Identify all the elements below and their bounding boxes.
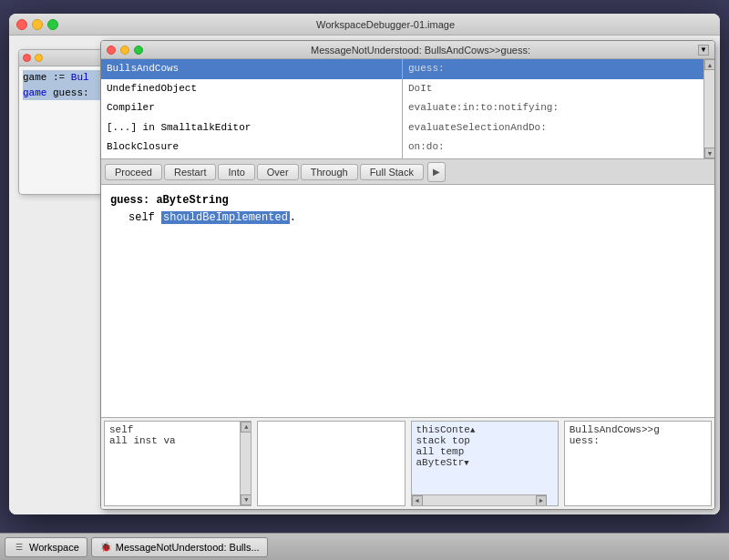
window-content: game := Bul game guess: MessageNotUnders… bbox=[9, 36, 720, 514]
stack-area: BullsAndCows UndefinedObject Compiler [.… bbox=[101, 59, 714, 159]
stack-row[interactable]: BullsAndCows bbox=[101, 59, 402, 79]
ws-minimize-button[interactable] bbox=[35, 54, 43, 62]
dbg-maximize-button[interactable] bbox=[134, 46, 143, 55]
taskbar-workspace-label: Workspace bbox=[29, 542, 79, 553]
debugger-dropdown-icon[interactable]: ▼ bbox=[698, 45, 709, 56]
scroll-up-icon[interactable]: ▲ bbox=[241, 422, 252, 433]
stack-row[interactable]: Compiler bbox=[101, 98, 402, 118]
minimize-button[interactable] bbox=[32, 19, 43, 30]
main-window-title: WorkspaceDebugger-01.image bbox=[58, 19, 713, 30]
code-self-keyword: self bbox=[128, 211, 161, 224]
code-line-2: self shouldBeImplemented. bbox=[110, 209, 705, 227]
stack-row[interactable]: ◄ bbox=[101, 158, 402, 158]
through-button[interactable]: Through bbox=[301, 164, 358, 180]
taskbar-workspace-item[interactable]: ☰ Workspace bbox=[5, 537, 87, 557]
code-highlighted-method: shouldBeImplemented bbox=[161, 211, 290, 224]
panel-line: BullsAndCows>>g bbox=[570, 424, 706, 435]
scroll-track bbox=[241, 433, 251, 494]
traffic-lights bbox=[16, 19, 58, 30]
stack-row[interactable]: UndefinedObject bbox=[101, 79, 402, 99]
stack-row[interactable]: BlockClosure bbox=[101, 137, 402, 158]
code-period: . bbox=[290, 211, 296, 224]
taskbar-debugger-label: MessageNotUnderstood: Bulls... bbox=[116, 542, 260, 553]
dbg-minimize-button[interactable] bbox=[120, 46, 129, 55]
stack-method-row[interactable]: guess: bbox=[403, 59, 703, 79]
bottom-panels: self all inst va ▲ ▼ thisConte▲ stack to… bbox=[101, 418, 714, 509]
stack-right-panel: guess: DoIt evaluate:in:to:notifying: ev… bbox=[403, 59, 703, 158]
stack-row[interactable]: [...] in SmalltalkEditor bbox=[101, 118, 402, 138]
ws-close-button[interactable] bbox=[23, 54, 31, 62]
stack-class-name: BlockClosure bbox=[107, 139, 396, 156]
stack-class-name: UndefinedObject bbox=[107, 81, 396, 97]
stack-method-name: guess: bbox=[408, 61, 445, 77]
stack-method-name: evaluate:in:to:notifying: bbox=[408, 100, 559, 117]
workspace-icon: ☰ bbox=[13, 541, 26, 554]
debugger-window: MessageNotUnderstood: BullsAndCows>>gues… bbox=[100, 40, 715, 510]
panel-line: all temp bbox=[416, 446, 553, 457]
close-button[interactable] bbox=[16, 19, 27, 30]
full-stack-button[interactable]: Full Stack bbox=[360, 164, 424, 180]
scroll-left-icon[interactable]: ◄ bbox=[412, 495, 423, 506]
stack-method-name: DoIt bbox=[408, 81, 432, 97]
scroll-down-icon[interactable]: ▼ bbox=[241, 494, 252, 505]
stack-method-name: evaluateSelectionAndDo: bbox=[408, 120, 547, 137]
scroll-htrack bbox=[423, 495, 536, 505]
stack-method-row[interactable]: evaluateSelectionAndDo: bbox=[403, 118, 703, 138]
debugger-toolbar: Proceed Restart Into Over Through Full S… bbox=[101, 159, 714, 185]
scroll-right-icon[interactable]: ► bbox=[536, 495, 547, 506]
code-method-name: guess: aByteString bbox=[110, 194, 229, 207]
main-window: WorkspaceDebugger-01.image game := Bul g… bbox=[9, 14, 720, 514]
toolbar-more-arrow[interactable]: ▶ bbox=[427, 162, 446, 182]
panel-line: stack top bbox=[416, 435, 553, 446]
into-button[interactable]: Into bbox=[218, 164, 254, 180]
scroll-down-arrow[interactable]: ▼ bbox=[704, 148, 715, 158]
panel-line: all inst va bbox=[109, 435, 246, 446]
panel-line: aByteStr▼ bbox=[416, 457, 553, 468]
taskbar: ☰ Workspace 🐞 MessageNotUnderstood: Bull… bbox=[0, 533, 729, 560]
scroll-up-arrow[interactable]: ▲ bbox=[704, 59, 715, 70]
maximize-button[interactable] bbox=[47, 19, 58, 30]
stack-class-name: BullsAndCows bbox=[107, 61, 396, 77]
stack-method-name: on:do: bbox=[408, 139, 445, 156]
stack-method-row[interactable]: evaluate:in:to:notifying: bbox=[403, 98, 703, 118]
panel-line: thisConte▲ bbox=[416, 424, 553, 435]
bug-icon: 🐞 bbox=[99, 541, 112, 554]
panel-line: self bbox=[109, 424, 246, 435]
desktop: Pharo 🐞 WorkspaceDebugger-01.image bbox=[0, 0, 729, 560]
code-line-1: guess: aByteString bbox=[110, 192, 705, 209]
panel-scrollbar[interactable]: ▲ ▼ bbox=[240, 422, 251, 505]
stack-method-row[interactable]: on:do: bbox=[403, 137, 703, 158]
over-button[interactable]: Over bbox=[257, 164, 299, 180]
panel-line: uess: bbox=[570, 435, 706, 446]
taskbar-debugger-item[interactable]: 🐞 MessageNotUnderstood: Bulls... bbox=[91, 537, 268, 557]
stack-left-panel: BullsAndCows UndefinedObject Compiler [.… bbox=[101, 59, 403, 158]
stack-scrollbar[interactable]: ▲ ▼ bbox=[703, 59, 714, 158]
dbg-close-button[interactable] bbox=[107, 46, 116, 55]
restart-button[interactable]: Restart bbox=[164, 164, 216, 180]
this-context-panel[interactable]: thisConte▲ stack top all temp aByteStr▼ … bbox=[411, 421, 559, 506]
stack-class-name: Compiler bbox=[107, 100, 396, 117]
debugger-title: MessageNotUnderstood: BullsAndCows>>gues… bbox=[148, 45, 693, 56]
self-panel[interactable]: self all inst va ▲ ▼ bbox=[104, 421, 252, 506]
main-titlebar: WorkspaceDebugger-01.image bbox=[9, 14, 720, 36]
proceed-button[interactable]: Proceed bbox=[105, 164, 162, 180]
debugger-titlebar: MessageNotUnderstood: BullsAndCows>>gues… bbox=[101, 41, 714, 59]
bulls-panel[interactable]: BullsAndCows>>g uess: bbox=[564, 421, 712, 506]
scroll-track bbox=[704, 70, 714, 148]
middle-panel[interactable] bbox=[257, 421, 405, 506]
panel-hscrollbar[interactable]: ◄ ► bbox=[412, 494, 547, 505]
code-area[interactable]: guess: aByteString self shouldBeImplemen… bbox=[101, 185, 714, 418]
stack-class-name: [...] in SmalltalkEditor bbox=[107, 120, 396, 137]
stack-method-row[interactable]: DoIt bbox=[403, 79, 703, 99]
